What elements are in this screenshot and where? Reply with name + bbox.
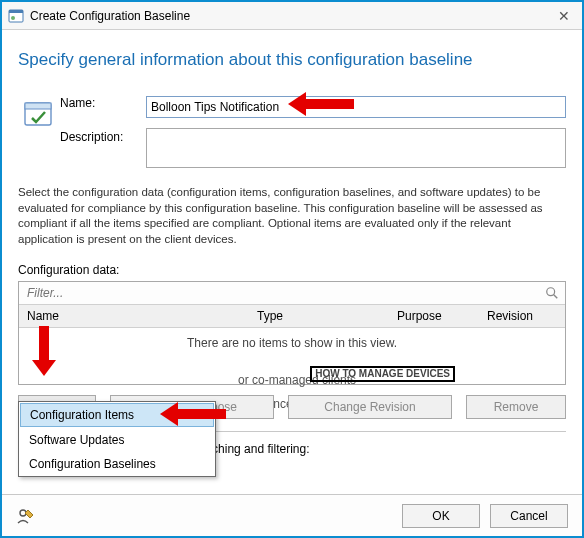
cancel-label: Cancel [510, 509, 547, 523]
description-label: Description: [60, 130, 146, 144]
grid-header: Name Type Purpose Revision [19, 305, 565, 328]
search-icon[interactable] [545, 286, 559, 300]
bottom-bar: OK Cancel [2, 494, 582, 536]
menu-item-label: Configuration Items [30, 408, 134, 422]
explain-text: Select the configuration data (configura… [18, 185, 566, 247]
remove-button: Remove [466, 395, 566, 419]
col-header-type[interactable]: Type [249, 305, 389, 327]
ok-button[interactable]: OK [402, 504, 480, 528]
description-field[interactable] [146, 128, 566, 168]
menu-item-label: Software Updates [29, 433, 124, 447]
name-field[interactable] [146, 96, 566, 118]
config-data-label: Configuration data: [18, 263, 566, 277]
cancel-button[interactable]: Cancel [490, 504, 568, 528]
menu-item-software-updates[interactable]: Software Updates [19, 428, 215, 452]
filter-input[interactable] [25, 285, 545, 301]
col-header-purpose[interactable]: Purpose [389, 305, 479, 327]
svg-rect-1 [9, 10, 23, 13]
svg-point-5 [547, 288, 555, 296]
grid-empty-text: There are no items to show in this view. [187, 336, 397, 350]
menu-item-configuration-baselines[interactable]: Configuration Baselines [19, 452, 215, 476]
svg-rect-4 [25, 103, 51, 109]
config-data-grid: Name Type Purpose Revision There are no … [18, 281, 566, 385]
menu-item-configuration-items[interactable]: Configuration Items [20, 403, 214, 427]
change-revision-button: Change Revision [288, 395, 452, 419]
page-title: Specify general information about this c… [18, 50, 566, 70]
col-header-revision[interactable]: Revision [479, 305, 565, 327]
add-dropdown-menu: Configuration Items Software Updates Con… [18, 401, 216, 477]
remove-label: Remove [494, 400, 539, 414]
grid-body: There are no items to show in this view.… [19, 328, 565, 384]
change-revision-label: Change Revision [324, 400, 415, 414]
menu-item-label: Configuration Baselines [29, 457, 156, 471]
watermark: HOW TO MANAGE DEVICES [310, 366, 455, 382]
categories-icon[interactable] [16, 507, 34, 525]
name-label: Name: [60, 96, 146, 110]
ok-label: OK [432, 509, 449, 523]
svg-point-2 [11, 16, 15, 20]
col-header-name[interactable]: Name [19, 305, 249, 327]
baseline-icon [18, 96, 60, 132]
close-icon[interactable]: ✕ [552, 8, 576, 24]
titlebar: Create Configuration Baseline ✕ [2, 2, 582, 30]
app-icon [8, 8, 24, 24]
svg-line-6 [554, 295, 558, 299]
window-title: Create Configuration Baseline [30, 9, 190, 23]
